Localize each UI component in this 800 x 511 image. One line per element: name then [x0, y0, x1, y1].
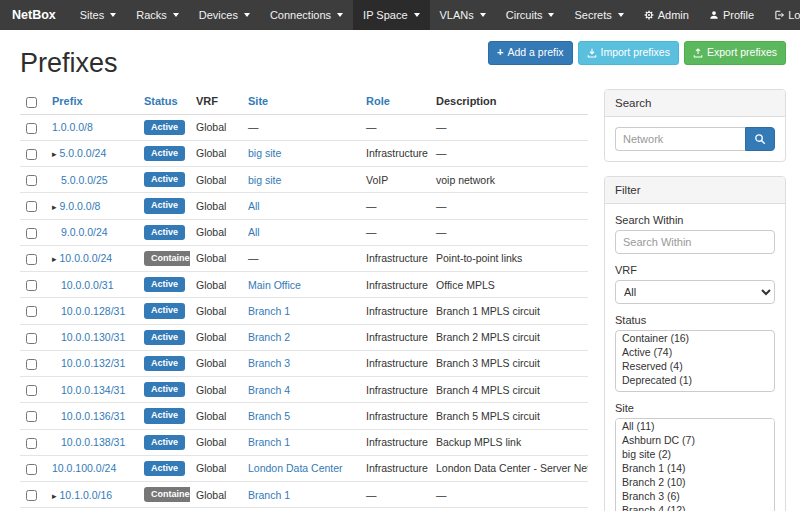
prefix-link[interactable]: 10.1.0.0/16 — [60, 489, 113, 501]
listbox-option[interactable]: Branch 1 (14) — [616, 461, 774, 475]
listbox-option[interactable]: Ashburn DC (7) — [616, 433, 774, 447]
import-prefixes-button[interactable]: Import prefixes — [578, 41, 679, 65]
export-prefixes-button[interactable]: Export prefixes — [684, 41, 786, 65]
listbox-option[interactable]: Branch 3 (6) — [616, 489, 774, 503]
site-link[interactable]: Branch 4 — [248, 384, 290, 396]
status-badge: Active — [144, 120, 185, 135]
column-header-site[interactable]: Site — [242, 89, 360, 114]
row-checkbox[interactable] — [26, 490, 37, 501]
table-row: 5.0.0.0/25ActiveGlobalbig siteVoIPvoip n… — [20, 167, 588, 193]
site-link[interactable]: big site — [248, 174, 281, 186]
add-prefix-button[interactable]: + Add a prefix — [488, 41, 572, 65]
listbox-option[interactable]: Branch 2 (10) — [616, 475, 774, 489]
site-link[interactable]: London Data Center — [248, 462, 343, 474]
row-checkbox[interactable] — [26, 359, 37, 370]
prefix-link[interactable]: 10.0.0.136/31 — [61, 410, 125, 422]
vrf-select[interactable]: All — [615, 280, 775, 304]
prefix-link[interactable]: 10.0.0.134/31 — [61, 384, 125, 396]
prefix-link[interactable]: 10.0.0.132/31 — [61, 357, 125, 369]
prefix-link[interactable]: 10.0.0.128/31 — [61, 305, 125, 317]
chevron-down-icon — [618, 13, 624, 17]
listbox-option[interactable]: All (11) — [616, 419, 774, 433]
nav-item-racks[interactable]: Racks — [126, 0, 189, 30]
select-all-checkbox[interactable] — [26, 97, 37, 108]
row-checkbox[interactable] — [26, 306, 37, 317]
listbox-option[interactable]: Branch 4 (12) — [616, 503, 774, 511]
site-link[interactable]: Branch 1 — [248, 436, 290, 448]
listbox-option[interactable]: Active (74) — [616, 345, 774, 359]
role-cell: VoIP — [360, 167, 430, 193]
prefix-link[interactable]: 9.0.0.0/24 — [61, 226, 108, 238]
status-badge: Container — [144, 251, 190, 266]
nav-item-sites[interactable]: Sites — [70, 0, 126, 30]
expand-arrow-icon[interactable]: ▸ — [52, 491, 57, 501]
brand[interactable]: NetBox — [12, 0, 56, 30]
site-link[interactable]: All — [248, 200, 260, 212]
search-input[interactable] — [615, 127, 745, 151]
chevron-down-icon — [548, 13, 554, 17]
prefix-link[interactable]: 5.0.0.0/25 — [61, 174, 108, 186]
expand-arrow-icon[interactable]: ▸ — [52, 254, 57, 264]
row-checkbox[interactable] — [26, 385, 37, 396]
prefix-link[interactable]: 9.0.0.0/8 — [60, 200, 101, 212]
status-listbox[interactable]: Container (16)Active (74)Reserved (4)Dep… — [615, 330, 775, 392]
site-listbox[interactable]: All (11)Ashburn DC (7)big site (2)Branch… — [615, 418, 775, 511]
listbox-option[interactable]: Reserved (4) — [616, 359, 774, 373]
site-link[interactable]: Branch 3 — [248, 357, 290, 369]
prefix-link[interactable]: 10.0.0.0/31 — [61, 279, 114, 291]
prefix-link[interactable]: 10.0.0.138/31 — [61, 436, 125, 448]
prefix-link[interactable]: 5.0.0.0/24 — [60, 147, 107, 159]
expand-arrow-icon[interactable]: ▸ — [52, 202, 57, 212]
row-checkbox[interactable] — [26, 175, 37, 186]
column-header-prefix[interactable]: Prefix — [46, 89, 138, 114]
nav-item-secrets[interactable]: Secrets — [564, 0, 633, 30]
row-checkbox[interactable] — [26, 411, 37, 422]
filter-panel: Filter Search Within VRF All Status Cont… — [604, 176, 786, 511]
search-button[interactable] — [745, 127, 775, 151]
listbox-option[interactable]: Container (16) — [616, 331, 774, 345]
nav-item-circuits[interactable]: Circuits — [496, 0, 565, 30]
row-checkbox[interactable] — [26, 228, 37, 239]
site-link[interactable]: Branch 2 — [248, 331, 290, 343]
row-checkbox[interactable] — [26, 254, 37, 265]
site-link[interactable]: All — [248, 226, 260, 238]
table-row: 10.0.0.134/31ActiveGlobalBranch 4Infrast… — [20, 377, 588, 403]
site-link[interactable]: Branch 5 — [248, 410, 290, 422]
nav-item-profile[interactable]: Profile — [699, 0, 764, 30]
role-cell: Infrastructure — [360, 324, 430, 350]
site-link[interactable]: Main Office — [248, 279, 301, 291]
site-link[interactable]: Branch 1 — [248, 489, 290, 501]
prefix-link[interactable]: 10.0.100.0/24 — [52, 462, 116, 474]
search-icon — [754, 133, 766, 145]
column-header-status[interactable]: Status — [138, 89, 190, 114]
nav-item-log-out[interactable]: Log out — [764, 0, 800, 30]
prefix-link[interactable]: 1.0.0.0/8 — [52, 121, 93, 133]
row-checkbox[interactable] — [26, 333, 37, 344]
plus-icon: + — [497, 47, 503, 58]
nav-item-devices[interactable]: Devices — [189, 0, 260, 30]
export-prefixes-label: Export prefixes — [707, 46, 777, 60]
row-checkbox[interactable] — [26, 149, 37, 160]
nav-item-admin[interactable]: Admin — [634, 0, 699, 30]
column-header-role[interactable]: Role — [360, 89, 430, 114]
table-row: ▸9.0.0.0/8ActiveGlobalAll—— — [20, 193, 588, 219]
listbox-option[interactable]: big site (2) — [616, 447, 774, 461]
export-icon — [693, 48, 703, 58]
row-checkbox[interactable] — [26, 438, 37, 449]
expand-arrow-icon[interactable]: ▸ — [52, 149, 57, 159]
search-within-input[interactable] — [615, 230, 775, 254]
row-checkbox[interactable] — [26, 123, 37, 134]
site-link[interactable]: big site — [248, 147, 281, 159]
prefix-link[interactable]: 10.0.0.0/24 — [60, 252, 113, 264]
prefix-link[interactable]: 10.0.0.130/31 — [61, 331, 125, 343]
nav-item-connections[interactable]: Connections — [260, 0, 353, 30]
listbox-option[interactable]: Deprecated (1) — [616, 373, 774, 387]
row-checkbox[interactable] — [26, 201, 37, 212]
site-link[interactable]: Branch 1 — [248, 305, 290, 317]
row-checkbox[interactable] — [26, 464, 37, 475]
row-checkbox[interactable] — [26, 280, 37, 291]
vrf-cell: Global — [190, 377, 242, 403]
nav-item-ip-space[interactable]: IP Space — [353, 0, 429, 30]
description-cell: Branch 5 MPLS circuit — [430, 403, 588, 429]
nav-item-vlans[interactable]: VLANs — [430, 0, 496, 30]
